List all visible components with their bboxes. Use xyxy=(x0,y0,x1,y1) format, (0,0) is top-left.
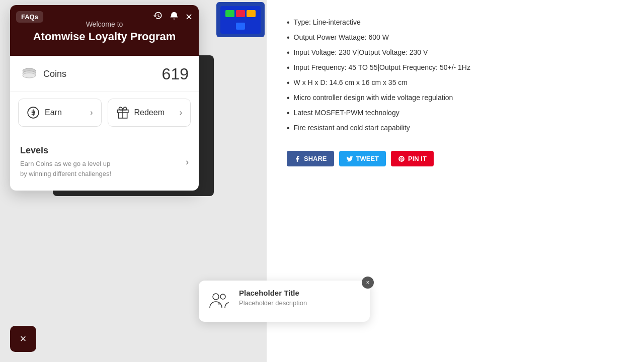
redeem-label: Redeem xyxy=(134,108,165,117)
svg-point-6 xyxy=(213,294,219,300)
coins-count: 619 xyxy=(162,65,189,83)
notification-popup: × Placeholder Title Placeholder descript… xyxy=(199,281,370,322)
coins-icon xyxy=(20,65,38,83)
coins-left: Coins xyxy=(20,65,66,83)
history-icon[interactable] xyxy=(153,11,163,23)
spec-controller: Micro controller design with wide voltag… xyxy=(287,90,624,106)
earn-label: Earn xyxy=(45,108,62,117)
notification-close-icon: × xyxy=(366,279,369,286)
notification-content: Placeholder Title Placeholder descriptio… xyxy=(239,289,362,307)
redeem-chevron: › xyxy=(180,108,182,117)
earn-icon xyxy=(27,106,40,119)
close-widget-button[interactable]: × xyxy=(10,326,36,352)
notification-bell-icon[interactable] xyxy=(169,11,179,23)
levels-description: Earn Coins as we go a level upby winning… xyxy=(20,159,111,178)
tweet-button[interactable]: TWEET xyxy=(339,151,386,166)
spec-dimensions: W x H x D: 14.6 cm x 16 cm x 35 cm xyxy=(287,75,624,90)
svg-point-7 xyxy=(220,294,225,299)
widget-header-actions: ✕ xyxy=(153,11,193,23)
earn-card-left: Earn xyxy=(27,106,62,119)
social-share-buttons: SHARE TWEET PIN IT xyxy=(287,151,624,166)
levels-title: Levels xyxy=(20,145,111,156)
spec-type: Type: Line-interactive xyxy=(287,15,624,30)
widget-actions: Earn › Redeem › xyxy=(10,92,199,135)
share-button[interactable]: SHARE xyxy=(287,151,334,166)
pin-label: PIN IT xyxy=(408,155,427,162)
redeem-icon xyxy=(116,106,129,119)
notification-icon xyxy=(207,289,232,314)
welcome-text: Welcome to xyxy=(86,20,123,28)
spec-fire: Fire resistant and cold start capability xyxy=(287,121,624,136)
notification-close-button[interactable]: × xyxy=(362,277,374,289)
widget-close-icon[interactable]: ✕ xyxy=(185,12,193,23)
spec-voltage: Input Voltage: 230 V|Output Voltage: 230… xyxy=(287,45,624,60)
widget-header: FAQs ✕ Welcome to Atomwise Loyalty Progr… xyxy=(10,5,199,56)
program-title: Atomwise Loyalty Program xyxy=(33,30,176,43)
notification-title: Placeholder Title xyxy=(239,289,362,297)
spec-frequency: Input Frequency: 45 TO 55|Output Frequen… xyxy=(287,60,624,75)
faqs-badge[interactable]: FAQs xyxy=(16,11,43,23)
spec-wattage: Output Power Wattage: 600 W xyxy=(287,30,624,45)
earn-card[interactable]: Earn › xyxy=(18,99,102,127)
loyalty-widget: FAQs ✕ Welcome to Atomwise Loyalty Progr… xyxy=(10,5,199,191)
tv-thumbnail xyxy=(216,2,265,37)
levels-section: Levels Earn Coins as we go a level upby … xyxy=(10,135,199,191)
svg-point-4 xyxy=(23,73,36,78)
coins-label: Coins xyxy=(43,69,66,79)
levels-chevron[interactable]: › xyxy=(186,157,189,167)
redeem-card[interactable]: Redeem › xyxy=(108,99,191,127)
tweet-label: TWEET xyxy=(356,155,379,162)
share-label: SHARE xyxy=(304,155,327,162)
notification-description: Placeholder description xyxy=(239,299,362,307)
earn-chevron: › xyxy=(90,108,93,117)
spec-mosfet: Latest MOSFET-PWM technology xyxy=(287,106,624,121)
close-widget-icon: × xyxy=(20,332,27,345)
pin-button[interactable]: PIN IT xyxy=(391,151,434,166)
coins-section: Coins 619 xyxy=(10,56,199,92)
redeem-card-left: Redeem xyxy=(116,106,165,119)
levels-text: Levels Earn Coins as we go a level upby … xyxy=(20,145,111,178)
product-specs-list: Type: Line-interactive Output Power Watt… xyxy=(287,15,624,136)
